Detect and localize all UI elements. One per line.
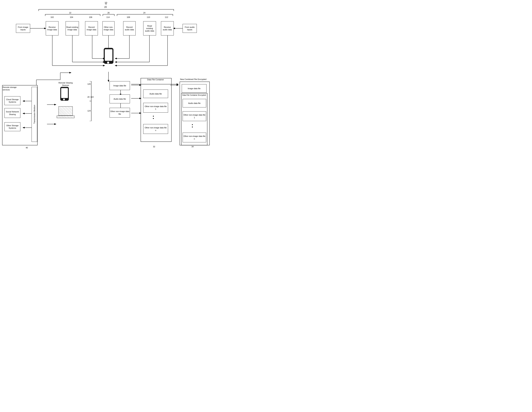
middle-brace-svg: [89, 81, 92, 121]
receive-audio-box: Receive audio data: [161, 21, 174, 36]
audio-container-box: Audio data file: [143, 89, 168, 98]
read-audio-box: Read existing audio data: [143, 21, 156, 36]
audio-enc-box: Audio data file: [183, 99, 206, 107]
label-22: 22: [69, 11, 71, 14]
read-image-box: Read existing image data: [66, 21, 79, 36]
other-nonimage-box: Other non-image data: [103, 21, 114, 36]
other1-enc-box: Other non-image data file 1: [183, 111, 206, 121]
ref-34: 34: [191, 145, 194, 148]
svg-rect-7: [103, 14, 114, 15]
rv-phone-screen: [61, 88, 68, 98]
from-image-box: From image inputs: [16, 24, 30, 33]
ref-112: 112: [165, 16, 168, 19]
ref-122b: 122: [90, 96, 94, 98]
new-combined-label: New Combined File Encrypted: [180, 78, 207, 80]
other-storage-box: Other Storage Systems: [4, 122, 20, 131]
data-enc-label: Data File Container Encrypted: [182, 94, 207, 96]
ref-122: 20: [87, 96, 90, 98]
othern-enc-box: Other non-image data file n: [183, 133, 206, 142]
dots-enc-2: •: [192, 125, 193, 129]
svg-rect-4: [45, 14, 100, 15]
ref-114: 114: [106, 16, 110, 19]
transmission-medium-box: Transmission Medium: [32, 87, 37, 142]
rv-phone-button: [63, 99, 65, 100]
ref-106: 106: [89, 16, 92, 19]
ref-108: 108: [127, 16, 130, 19]
record-image-box: Record image data: [85, 21, 98, 36]
svg-rect-10: [117, 14, 173, 15]
ref-102: 102: [50, 16, 54, 19]
transmission-medium-label: Transmission Medium: [33, 105, 36, 124]
remote-viewing-label: Remote Viewing Devices: [56, 82, 75, 87]
remote-storage-label: Remote storage services: [3, 86, 19, 91]
record-audio-box: Record audio data: [123, 21, 136, 36]
ref-32: 32: [153, 145, 155, 148]
ref-10: 10: [104, 1, 107, 4]
ref-110: 110: [147, 16, 150, 19]
other-nonimage-file-box: Other non-image data file: [110, 108, 130, 117]
dots-2: •: [153, 117, 154, 120]
rv-laptop: [57, 106, 75, 119]
receive-image-box: Receive Image data: [46, 21, 58, 36]
image-enc-box: Image data file: [182, 84, 207, 93]
other1-container-box: Other non-image data file 1: [143, 103, 168, 113]
ref-104: 104: [70, 16, 73, 19]
ref-40: 40: [26, 146, 28, 149]
ref-20-top: 20: [104, 6, 107, 9]
rv-phone-body: [60, 87, 69, 101]
othern-container-box: Other non-image data file n: [143, 124, 168, 134]
image-data-file-box: Image data file: [110, 81, 130, 90]
svg-rect-1: [39, 9, 174, 10]
ref-124: 124: [87, 110, 91, 112]
data-container-label: Data File Container: [147, 78, 164, 81]
diagram: 10 20 22 26 24 102 104 106 114 108 110 1…: [0, 0, 213, 165]
label-26: 26: [107, 11, 110, 14]
social-network-box: Social Network Sharing: [4, 108, 20, 118]
cloud-storage-box: Cloud Storage Systems: [4, 96, 20, 105]
from-audio-box: From audio inputs: [183, 24, 197, 33]
label-24: 24: [143, 11, 145, 14]
phone-screen: [105, 49, 112, 61]
ref-120: 120: [87, 83, 91, 85]
audio-data-file-box: Audio data file: [110, 95, 130, 103]
phone-button: [107, 61, 109, 64]
ref-100: 100: [106, 56, 110, 58]
